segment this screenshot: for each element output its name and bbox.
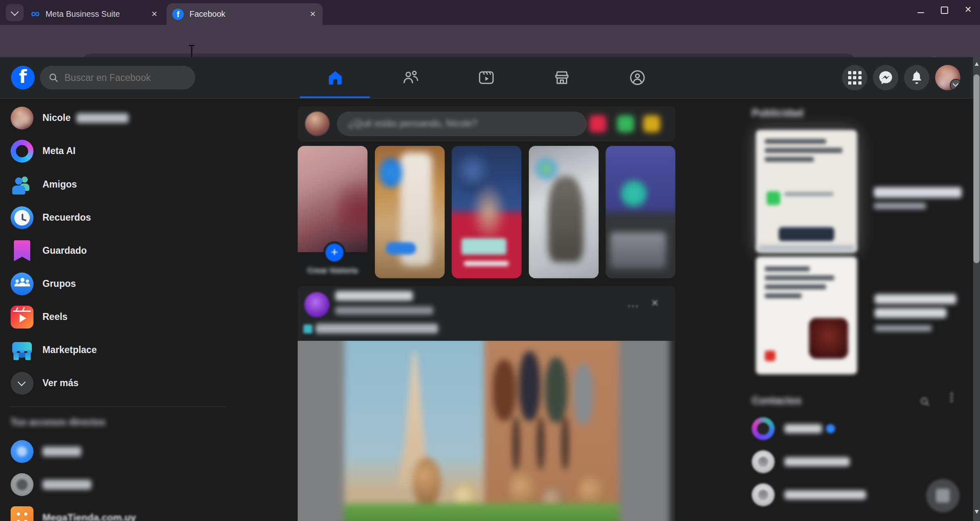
tab-marketplace[interactable]: [524, 57, 599, 98]
sponsored-header: Publicidad: [752, 107, 803, 119]
blurred-ad-caption: [757, 245, 855, 251]
shortcut-icon: [11, 473, 33, 496]
post-author-avatar[interactable]: [304, 292, 330, 318]
maximize-button[interactable]: [933, 0, 956, 20]
sponsored-ad-image[interactable]: [756, 257, 857, 374]
sidebar-item-meta-ai[interactable]: Meta AI: [5, 134, 225, 168]
sidebar-item-memories[interactable]: Recuerdos: [5, 201, 225, 234]
post-photo[interactable]: [298, 341, 675, 521]
ad-graphic: [766, 191, 780, 205]
sidebar-item-groups[interactable]: Grupos: [5, 267, 225, 300]
photo-content: [298, 341, 675, 521]
tab-groups[interactable]: [599, 57, 675, 98]
ad-product-graphic: [809, 318, 848, 359]
chevron-down-icon: [11, 372, 33, 395]
sidebar-item-label: Guardado: [42, 245, 87, 256]
shortcut-item[interactable]: MegaTienda.com.uy: [5, 501, 225, 521]
ad-logo-graphic: [765, 351, 775, 361]
minimize-button[interactable]: [909, 0, 933, 20]
search-bar[interactable]: [40, 66, 195, 89]
facebook-favicon-icon: f: [172, 9, 184, 20]
tab-home[interactable]: [297, 57, 373, 98]
sidebar-item-marketplace[interactable]: Marketplace: [5, 333, 225, 367]
reels-icon: [11, 306, 33, 329]
messenger-button[interactable]: [873, 65, 898, 90]
sidebar-item-saved[interactable]: Guardado: [5, 234, 225, 267]
sidebar-item-label: Ver más: [42, 378, 78, 389]
tab-watch[interactable]: [448, 57, 524, 98]
story-card[interactable]: [375, 146, 445, 278]
shortcut-item[interactable]: [5, 468, 225, 501]
active-tab-underline: [300, 96, 370, 98]
post-composer[interactable]: ¿Qué estás pensando, Nicole?: [298, 106, 675, 141]
tab-friends[interactable]: [373, 57, 448, 98]
sidebar-item-label: Amigos: [42, 179, 77, 190]
sidebar-item-label: Meta AI: [42, 145, 76, 157]
blurred-ad-title[interactable]: [875, 294, 956, 304]
facebook-logo[interactable]: f: [11, 66, 35, 89]
shortcut-icon: [11, 440, 33, 463]
blurred-ad-title[interactable]: [874, 187, 962, 198]
browser-toolbar: ← → facebook.com: [0, 25, 980, 57]
facebook-header: f: [0, 57, 973, 98]
blurred-shortcut-name: [42, 480, 91, 490]
composer-avatar[interactable]: [305, 112, 330, 136]
contacts-more-icon[interactable]: [951, 396, 953, 398]
chevron-down-icon: [11, 8, 19, 16]
create-story-card[interactable]: + Crear historia: [298, 146, 368, 278]
tab-title: Facebook: [189, 9, 307, 19]
story-overlay: [464, 261, 509, 266]
tab-title: Meta Business Suite: [45, 9, 149, 19]
contact-row[interactable]: [752, 414, 964, 443]
composer-placeholder: ¿Qué estás pensando, Nicole?: [348, 118, 477, 129]
story-card[interactable]: [452, 146, 521, 278]
shortcut-item[interactable]: [5, 435, 225, 468]
live-video-icon[interactable]: [589, 115, 606, 132]
apps-grid-button[interactable]: [842, 65, 867, 90]
account-avatar[interactable]: [935, 65, 960, 90]
ad-button-graphic: [779, 227, 834, 241]
sponsored-ad-image[interactable]: [756, 130, 857, 253]
contacts-header: Contactos: [752, 395, 802, 407]
feeling-activity-icon[interactable]: [643, 115, 660, 132]
scrollbar-thumb[interactable]: [973, 74, 980, 263]
story-overlay: [386, 242, 416, 255]
close-tab-icon[interactable]: ×: [149, 9, 160, 20]
sidebar-item-friends[interactable]: Amigos: [5, 168, 225, 201]
profile-avatar: [11, 107, 33, 130]
tab-search-button[interactable]: [6, 4, 24, 21]
scrollbar-down-arrow[interactable]: [975, 510, 979, 514]
scrollbar-up-arrow[interactable]: [975, 62, 979, 66]
home-icon-door: [333, 79, 337, 85]
watch-icon: [478, 69, 495, 86]
close-tab-icon[interactable]: ×: [307, 9, 318, 20]
tab-facebook-active[interactable]: f Facebook ×: [167, 3, 323, 25]
bell-icon: [909, 70, 924, 85]
contact-avatar: [752, 483, 775, 506]
sidebar-item-label: Grupos: [42, 278, 76, 289]
story-card[interactable]: [529, 146, 599, 278]
contact-row[interactable]: [752, 447, 964, 476]
search-input[interactable]: [64, 72, 180, 84]
sidebar-item-reels[interactable]: Reels: [5, 300, 225, 333]
story-photo: [606, 146, 675, 278]
blurred-post-author-name[interactable]: [335, 291, 413, 301]
composer-input[interactable]: ¿Qué estás pensando, Nicole?: [337, 112, 587, 136]
shortcut-icon: [11, 506, 33, 521]
tab-meta-business-suite[interactable]: ∞ Meta Business Suite ×: [25, 3, 164, 25]
plus-icon[interactable]: +: [323, 241, 345, 264]
photo-video-icon[interactable]: [617, 115, 634, 132]
notifications-button[interactable]: [904, 65, 929, 90]
sidebar-item-see-more[interactable]: Ver más: [5, 367, 225, 400]
blurred-contact-name: [784, 424, 822, 433]
sidebar-item-profile[interactable]: Nicole: [5, 101, 225, 134]
story-photo: [375, 146, 445, 278]
close-window-button[interactable]: ×: [956, 0, 980, 20]
story-card[interactable]: [606, 146, 675, 278]
post-hide-icon[interactable]: ×: [651, 296, 659, 310]
stories-carousel: + Crear historia: [298, 146, 675, 278]
contacts-search-icon[interactable]: [920, 396, 930, 407]
contact-avatar: [752, 450, 775, 473]
floating-action-button[interactable]: [926, 479, 960, 512]
post-menu-icon[interactable]: …: [627, 296, 640, 310]
